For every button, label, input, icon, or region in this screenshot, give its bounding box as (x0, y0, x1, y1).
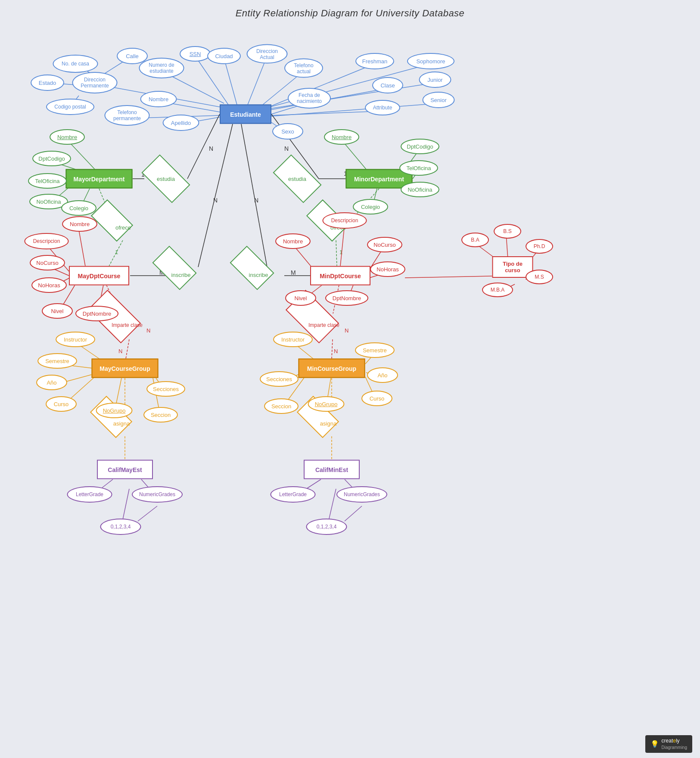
gm-dptcodigo-ellipse: DptCodigo (401, 139, 439, 154)
o-instructor-may-ellipse: Instructor (56, 332, 95, 347)
o-seccion-min-ellipse: Seccion (264, 398, 299, 414)
apellido-ellipse: Apellido (163, 115, 199, 131)
svg-text:N: N (213, 197, 218, 204)
svg-text:N: N (254, 197, 258, 204)
r-descripcion-ellipse: Descripcion (25, 233, 69, 249)
bs-ellipse: B.S (494, 224, 521, 239)
svg-text:N: N (345, 327, 348, 334)
r-nohoras-ellipse: NoHoras (31, 277, 67, 293)
creately-text: createlyDiagramming (662, 738, 687, 750)
p-values-may-ellipse: 0,1,2,3,4 (100, 519, 141, 535)
g-teloficina-ellipse: TelOficina (28, 173, 67, 189)
sophomore-ellipse: Sophomore (407, 53, 454, 69)
svg-line-43 (336, 240, 337, 266)
r-nocurso-ellipse: NoCurso (30, 255, 65, 270)
fecha-nac-ellipse: Fecha denacimiento (288, 88, 331, 109)
clase-ellipse: Clase (372, 77, 403, 93)
ms-ellipse: M.S (526, 270, 553, 284)
p-values-min-ellipse: 0,1,2,3,4 (306, 519, 347, 535)
calif-may-est-entity: CalifMayEst (97, 460, 153, 479)
estudiante-entity: Estudiante (220, 105, 271, 124)
junior-ellipse: Junior (419, 71, 451, 88)
senior-ellipse: Senior (423, 92, 455, 108)
o-curso-min-ellipse: Curso (361, 391, 392, 406)
min-course-group-entity: MinCourseGroup (299, 359, 365, 378)
dir-perm-ellipse: DireccionPermanente (72, 72, 118, 93)
calif-min-est-entity: CalifMinEst (304, 460, 360, 479)
svg-line-46 (78, 227, 85, 266)
o-curso-may-ellipse: Curso (46, 396, 77, 412)
p-lettergrade-min-ellipse: LetterGrade (271, 486, 316, 503)
svg-text:N: N (146, 327, 150, 334)
mayor-dept-entity: MayorDepartment (66, 169, 133, 189)
o-semestre-may-ellipse: Semestre (37, 353, 77, 369)
o-anno-min-ellipse: Año (367, 367, 398, 383)
svg-line-102 (345, 506, 362, 521)
min-dpt-course-entity: MinDptCourse (310, 266, 370, 286)
gm-nooficina-ellipse: NoOficina (401, 182, 439, 197)
mba-ellipse: M.B.A (482, 283, 513, 297)
svg-text:1: 1 (115, 249, 118, 255)
tel-perm-ellipse: Telefonopermanente (105, 105, 150, 126)
svg-text:M: M (291, 269, 296, 276)
o-instructor-min-ellipse: Instructor (273, 332, 313, 347)
gm-teloficina-ellipse: TelOficina (399, 160, 438, 176)
diagram-title: Entity Relationship Diagram for Universi… (0, 0, 700, 19)
g-nombre-ellipse: Nombre (50, 129, 85, 145)
bulb-icon: 💡 (650, 740, 659, 748)
nombre-est-ellipse: Nombre (140, 91, 177, 107)
svg-text:1: 1 (339, 249, 342, 255)
inscribe-min-diamond (230, 245, 274, 290)
svg-line-98 (138, 506, 157, 521)
svg-line-64 (241, 124, 267, 267)
attribute-ellipse: Attribute (365, 100, 400, 115)
svg-line-19 (271, 111, 383, 115)
o-seccion-may-ellipse: Seccion (143, 407, 178, 422)
dir-actual-ellipse: DireccionActual (247, 44, 288, 64)
freshman-ellipse: Freshman (355, 53, 394, 69)
cod-postal-ellipse: Codigo postal (46, 99, 94, 115)
gm-nombre-ellipse: Nombre (324, 129, 359, 145)
r-nombre-ellipse: Nombre (62, 216, 97, 232)
o-secciones-may-ellipse: Secciones (146, 381, 185, 397)
phd-ellipse: Ph.D (526, 239, 553, 254)
estudia-min-diamond (273, 154, 321, 203)
no-casa-ellipse: No. de casa (53, 55, 98, 73)
p-numericgrades-min-ellipse: NumericGrades (336, 486, 387, 503)
diagram-container: Entity Relationship Diagram for Universi… (0, 0, 700, 758)
sexo-ellipse: Sexo (272, 123, 303, 140)
rm-nohoras-ellipse: NoHoras (370, 261, 405, 277)
p-numericgrades-may-ellipse: NumericGrades (132, 486, 183, 503)
estado-ellipse: Estado (31, 75, 64, 91)
r-nivel-ellipse: Nivel (42, 303, 73, 319)
svg-text:N: N (118, 348, 122, 354)
estudia-may-diamond (141, 154, 190, 203)
svg-line-72 (126, 339, 129, 359)
r-dptnombre-ellipse: DptNombre (75, 306, 118, 321)
creately-logo: 💡 createlyDiagramming (645, 735, 692, 753)
rm-dptnombre-ellipse: DptNombre (325, 290, 368, 306)
ofrece-may-diamond (91, 199, 133, 242)
svg-text:N: N (284, 145, 289, 152)
svg-line-75 (332, 339, 333, 359)
rm-nocurso-ellipse: NoCurso (367, 237, 402, 252)
gm-colegio-ellipse: Colegio (353, 199, 388, 214)
svg-line-63 (198, 124, 233, 267)
o-nogrupo-min-ellipse: NoGrupo (308, 396, 345, 412)
g-dptcodigo-ellipse: DptCodigo (32, 151, 71, 166)
svg-line-40 (109, 240, 123, 266)
ba-ellipse: B.A (461, 233, 489, 247)
rm-nombre-ellipse: Nombre (275, 233, 311, 249)
ssn-ellipse: SSN (180, 46, 211, 62)
o-secciones-min-ellipse: Secciones (260, 371, 299, 387)
g-colegio-ellipse: Colegio (61, 200, 96, 216)
svg-text:N: N (209, 145, 213, 152)
o-nogrupo-may-ellipse: NoGrupo (96, 403, 133, 418)
svg-line-7 (224, 58, 237, 105)
tel-actual-ellipse: Telefonoactual (284, 59, 323, 78)
o-semestre-min-ellipse: Semestre (355, 342, 395, 358)
num-est-ellipse: Numero deestudiante (139, 58, 184, 78)
rm-descripcion-ellipse: Descripcion (323, 212, 367, 229)
o-anno-may-ellipse: Año (36, 375, 67, 390)
may-course-group-entity: MayCourseGroup (92, 359, 159, 378)
